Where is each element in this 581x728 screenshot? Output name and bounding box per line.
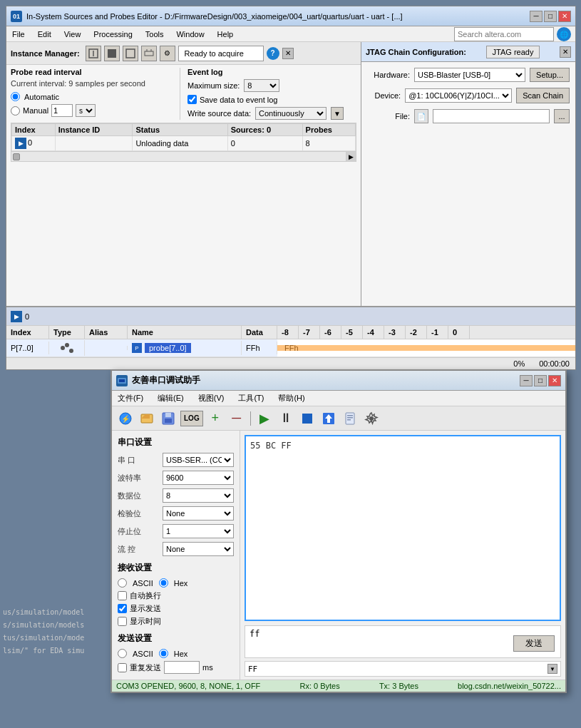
recv-hex-radio[interactable] <box>159 578 168 588</box>
serial-log-btn[interactable]: LOG <box>180 411 203 426</box>
write-source-btn[interactable]: ▼ <box>331 107 344 120</box>
toolbar-btn-2[interactable] <box>104 46 120 61</box>
serial-stop-btn[interactable] <box>298 409 317 428</box>
show-send-checkbox[interactable] <box>118 604 127 613</box>
search-input[interactable] <box>454 27 554 41</box>
maximize-button[interactable]: □ <box>544 11 557 22</box>
probe-data-row: P[7..0] P probe[7..0] FFh FFh <box>6 339 575 357</box>
menu-help[interactable]: Help <box>215 29 237 39</box>
receive-area: 55 BC FF <box>245 435 561 621</box>
svg-point-8 <box>65 343 69 347</box>
rx-status: Rx: 0 Bytes <box>299 682 339 690</box>
menu-file[interactable]: File <box>9 29 28 39</box>
menu-tools[interactable]: Tools <box>143 29 167 39</box>
jtag-close-button[interactable]: ✕ <box>560 46 571 58</box>
serial-menu-tools[interactable]: 工具(T) <box>235 392 267 404</box>
stop-bits-select[interactable]: 1 <box>163 524 234 538</box>
current-interval-text: Current interval: 9 samples per second <box>11 79 180 88</box>
baud-select[interactable]: 9600 <box>163 471 234 485</box>
scan-chain-button[interactable]: Scan Chain <box>516 88 570 103</box>
svg-rect-25 <box>347 419 351 421</box>
panel-close-button[interactable]: ✕ <box>282 48 294 59</box>
serial-clipboard-btn[interactable] <box>341 409 359 428</box>
serial-maximize-button[interactable]: □ <box>534 375 547 386</box>
unit-select[interactable]: s <box>76 104 96 117</box>
serial-pause-btn[interactable]: ⏸ <box>277 409 295 428</box>
status-box: Ready to acquire <box>178 46 264 61</box>
hex-dropdown-btn[interactable]: ▼ <box>547 664 557 674</box>
file-input[interactable] <box>433 109 550 123</box>
save-event-log-checkbox[interactable] <box>187 95 197 104</box>
pr-data: FFh <box>242 342 277 354</box>
serial-upload-btn[interactable] <box>319 409 338 428</box>
serial-close-button[interactable]: ✕ <box>548 375 561 386</box>
receive-config-title: 接收设置 <box>118 562 234 574</box>
serial-play-btn[interactable]: ▶ <box>255 409 274 428</box>
manual-value-input[interactable] <box>51 104 73 117</box>
serial-connect-btn[interactable]: ⚡ <box>116 409 135 428</box>
device-label: Device: <box>367 91 401 100</box>
jtag-status: JTAG ready <box>486 46 540 58</box>
max-size-select[interactable]: 8 <box>244 79 279 92</box>
svg-rect-4 <box>145 51 153 56</box>
recv-hex-label: Hex <box>174 579 188 588</box>
toolbar-btn-1[interactable] <box>86 46 101 61</box>
port-config-title: 串口设置 <box>118 436 234 448</box>
sidebar-text-2: s/simulation/models <box>0 619 114 632</box>
serial-settings-btn[interactable] <box>362 409 381 428</box>
write-source-select[interactable]: Continuously <box>255 107 327 120</box>
table-row: ▶0 Unloading data 0 8 <box>12 136 356 151</box>
h-scroll-thumb[interactable] <box>13 153 20 160</box>
manual-radio[interactable] <box>11 106 20 116</box>
quartus-app-icon: 01 <box>11 11 22 22</box>
serial-menu-help[interactable]: 帮助(H) <box>275 392 307 404</box>
send-button[interactable]: 发送 <box>513 635 555 652</box>
send-ascii-radio[interactable] <box>118 649 127 658</box>
repeat-send-checkbox[interactable] <box>118 663 127 672</box>
ph-n8: -8 <box>277 326 299 339</box>
hardware-select[interactable]: USB-Blaster [USB-0] <box>414 68 525 82</box>
data-bits-label: 数据位 <box>118 491 141 501</box>
close-button[interactable]: ✕ <box>558 11 571 22</box>
svg-rect-17 <box>165 413 171 417</box>
scroll-right-btn[interactable]: ▶ <box>346 152 356 162</box>
data-bits-select[interactable]: 8 <box>163 488 234 503</box>
serial-menu-file[interactable]: 文件(F) <box>115 392 146 404</box>
search-globe-icon: 🌐 <box>557 27 571 41</box>
hardware-label: Hardware: <box>367 71 410 79</box>
svg-text:⚡: ⚡ <box>121 414 130 424</box>
browse-button[interactable]: ... <box>554 109 570 123</box>
toolbar-btn-5[interactable]: ⚙ <box>160 46 175 61</box>
setup-button[interactable]: Setup... <box>530 68 570 82</box>
serial-minus-btn[interactable]: ─ <box>227 409 246 428</box>
file-label: File: <box>367 112 410 121</box>
parity-select[interactable]: None <box>163 506 234 521</box>
minimize-button[interactable]: ─ <box>530 11 543 22</box>
toolbar-btn-4[interactable] <box>141 46 157 61</box>
device-select[interactable]: @1: 10CL006(Y|Z)/10CI... <box>405 88 512 103</box>
hex-input-bar: FF ▼ <box>245 661 561 677</box>
help-button[interactable]: ? <box>267 47 279 60</box>
recv-ascii-label: ASCII <box>133 579 153 588</box>
menu-processing[interactable]: Processing <box>91 29 135 39</box>
send-hex-radio[interactable] <box>159 649 168 658</box>
serial-save-btn[interactable] <box>159 409 178 428</box>
ph-n7: -7 <box>299 326 320 339</box>
auto-exec-checkbox[interactable] <box>118 591 127 600</box>
menu-window[interactable]: Window <box>173 29 207 39</box>
recv-ascii-radio[interactable] <box>118 578 127 588</box>
auto-radio[interactable] <box>11 92 20 101</box>
max-size-label: Maximum size: <box>187 81 240 90</box>
show-time-checkbox[interactable] <box>118 617 127 626</box>
serial-menu-view[interactable]: 视图(V) <box>195 392 227 404</box>
serial-add-btn[interactable]: + <box>206 409 225 428</box>
serial-minimize-button[interactable]: ─ <box>520 375 533 386</box>
serial-menu-edit[interactable]: 编辑(E) <box>155 392 187 404</box>
serial-open-btn[interactable] <box>138 409 156 428</box>
flow-select[interactable]: None <box>163 542 234 556</box>
toolbar-btn-3[interactable] <box>123 46 138 61</box>
repeat-value-input[interactable]: 1000 <box>164 661 200 674</box>
menu-edit[interactable]: Edit <box>35 29 54 39</box>
port-select[interactable]: USB-SER... (COM3 <box>163 453 234 467</box>
menu-view[interactable]: View <box>61 29 84 39</box>
